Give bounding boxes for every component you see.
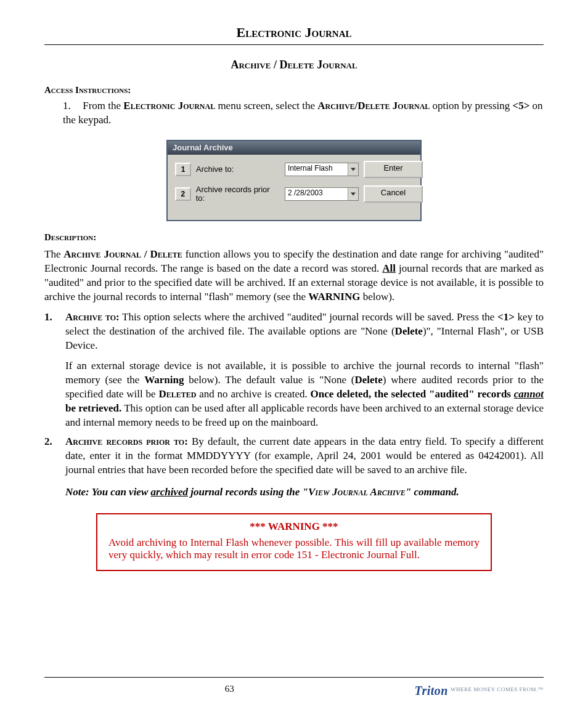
emphasis-all: All — [382, 262, 396, 274]
description-paragraph: The Archive Journal / Delete function al… — [44, 248, 544, 304]
chevron-down-icon[interactable] — [348, 163, 358, 176]
logo-text: Triton — [415, 684, 449, 697]
cancel-button[interactable]: Cancel — [364, 185, 423, 203]
text: This option can be used after all applic… — [65, 402, 544, 428]
note: Note: You can view archived journal reco… — [65, 486, 544, 498]
warning-ref: WARNING — [308, 291, 360, 302]
strong: Once deleted, the selected "audited" rec… — [311, 388, 514, 400]
option-name: Archive/Delete Journal — [317, 100, 430, 112]
text: This option selects where the archived "… — [120, 311, 497, 323]
date-dropdown[interactable]: 2 /28/2003 — [285, 187, 359, 201]
function-name: Archive Journal / Delete — [63, 248, 182, 260]
archived: archived — [151, 486, 188, 498]
cannot: cannot — [514, 388, 544, 400]
text: " command. — [406, 486, 459, 498]
text: journal records using the " — [188, 486, 308, 498]
key: <5> — [512, 100, 529, 112]
item-marker: 1. — [44, 310, 65, 430]
chevron-down-icon[interactable] — [348, 188, 358, 200]
dialog-title: Journal Archive — [168, 141, 420, 155]
warning-ref: Warning — [144, 374, 184, 386]
key: <1> — [497, 311, 515, 323]
text: option by pressing — [430, 100, 512, 112]
strong: be retrieved. — [65, 402, 121, 414]
archive-prior-label: 2 Archive records prior to: — [175, 185, 280, 203]
brand-logo: TritonWHERE MONEY COMES FROM.™ — [415, 684, 544, 698]
text: and no archive is created. — [196, 388, 310, 400]
text: Note: You can view — [65, 486, 151, 498]
page-title: Electronic Journal — [44, 25, 544, 45]
deleted: Deleted — [158, 388, 196, 400]
item-marker: 2. — [44, 435, 65, 477]
text: The — [44, 248, 63, 260]
label-text: Archive to: — [196, 165, 234, 174]
journal-archive-dialog: Journal Archive 1 Archive to: Internal F… — [166, 140, 422, 222]
logo-tagline: WHERE MONEY COMES FROM.™ — [451, 686, 544, 692]
section-title: Archive / Delete Journal — [44, 59, 544, 71]
label-text: Archive records prior to: — [196, 185, 280, 203]
text: Delete — [395, 325, 423, 337]
access-heading: Access Instructions: — [44, 85, 544, 95]
step-number: 1. — [63, 99, 80, 113]
access-step: 1. From the Electronic Journal menu scre… — [63, 99, 544, 128]
text: Delete — [355, 374, 383, 386]
description-heading: Description: — [44, 232, 544, 243]
list-item: 2. Archive records prior to: By default,… — [44, 435, 544, 477]
text: below). The default value is "None ( — [184, 374, 354, 386]
hotkey-1[interactable]: 1 — [175, 163, 191, 176]
page-footer: TritonWHERE MONEY COMES FROM.™ 63 — [44, 677, 544, 698]
command-name: View Journal Archive — [308, 486, 406, 498]
hotkey-2[interactable]: 2 — [175, 187, 191, 201]
text: below). — [360, 291, 394, 302]
archive-to-dropdown[interactable]: Internal Flash — [285, 163, 359, 176]
menu-name: Electronic Journal — [123, 100, 215, 112]
item-label: Archive to: — [65, 311, 120, 323]
text: menu screen, select the — [215, 100, 317, 112]
warning-text: Avoid archiving to Internal Flash whenev… — [108, 537, 480, 561]
dropdown-value: Internal Flash — [285, 163, 348, 176]
warning-box: *** WARNING *** Avoid archiving to Inter… — [96, 513, 492, 571]
enter-button[interactable]: Enter — [364, 161, 423, 178]
item-label: Archive records prior to: — [65, 436, 188, 447]
dropdown-value: 2 /28/2003 — [285, 188, 348, 200]
text: From the — [83, 100, 123, 112]
warning-title: *** WARNING *** — [108, 521, 480, 533]
list-item: 1. Archive to: This option selects where… — [44, 310, 544, 430]
archive-to-label: 1 Archive to: — [175, 163, 280, 176]
